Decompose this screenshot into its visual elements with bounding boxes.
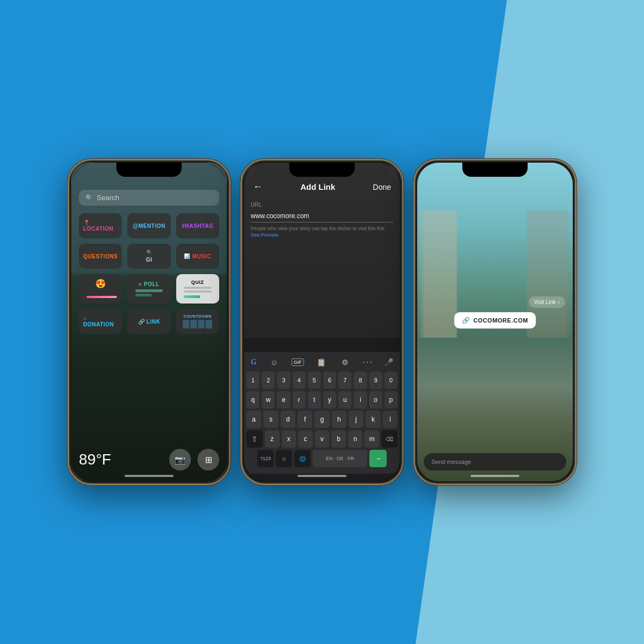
mic-tool[interactable]: 🎤 <box>384 358 393 367</box>
key-a[interactable]: a <box>246 411 261 428</box>
key-r[interactable]: r <box>293 391 306 408</box>
sticker-questions[interactable]: QUESTIONS <box>79 244 122 269</box>
key-o[interactable]: o <box>369 391 382 408</box>
send-message-bar[interactable]: Send message <box>424 453 566 470</box>
url-sticker-text: COCOMORE.COM <box>473 317 528 324</box>
key-k[interactable]: k <box>366 411 380 428</box>
countdown-bar-2 <box>190 320 197 329</box>
key-l[interactable]: l <box>383 411 398 428</box>
key-7[interactable]: 7 <box>338 371 351 389</box>
keyboard-row-bottom: ?123 ☺ 🌐 EN · DE · FR → <box>246 450 398 467</box>
more-tools[interactable]: ··· <box>363 357 373 367</box>
key-2[interactable]: 2 <box>262 371 275 389</box>
search-icon-small: 🔍 <box>146 250 152 255</box>
slider-bar <box>86 296 117 298</box>
keyboard: G ☺ GIF 📋 ⚙ ··· 🎤 1 2 3 4 5 6 7 <box>244 352 400 474</box>
camera-button[interactable]: 📷 <box>169 449 191 470</box>
key-y[interactable]: y <box>323 391 336 408</box>
emoji-key[interactable]: ☺ <box>276 450 292 467</box>
keyboard-row-qwerty: q w e r t y u i o p <box>246 391 398 408</box>
phone1-content: 🔍 Search 📍 LOCATION @MENTION #HASHTA <box>71 163 227 481</box>
phone2-header: ← Add Link Done <box>244 181 400 193</box>
key-q[interactable]: q <box>246 391 259 408</box>
key-1[interactable]: 1 <box>246 371 259 389</box>
done-button[interactable]: Done <box>373 183 391 191</box>
hint-text: People who view your story can tap the s… <box>251 226 386 231</box>
sticker-donation-label: ○ DONATION <box>83 315 117 327</box>
sticker-countdown[interactable]: COUNTDOWN <box>176 309 219 334</box>
emoji-tool[interactable]: ☺ <box>268 358 281 367</box>
key-j[interactable]: j <box>349 411 363 428</box>
sticker-location[interactable]: 📍 LOCATION <box>79 213 122 238</box>
delete-key[interactable]: ⌫ <box>381 430 398 448</box>
camera-icon: 📷 <box>175 455 185 465</box>
key-3[interactable]: 3 <box>277 371 290 389</box>
key-5[interactable]: 5 <box>308 371 321 389</box>
sticker-quiz[interactable]: QUIZ <box>176 274 219 304</box>
url-sticker[interactable]: 🔗 COCOMORE.COM <box>454 312 536 329</box>
key-b[interactable]: b <box>331 430 346 448</box>
key-x[interactable]: x <box>282 430 296 448</box>
sticker-grid: 📍 LOCATION @MENTION #HASHTAG QUESTIONS <box>79 213 219 334</box>
search-label: Search <box>97 194 119 202</box>
quiz-line-1 <box>184 287 212 289</box>
music-bars-icon: 📊 <box>184 253 190 259</box>
sticker-hashtag[interactable]: #HASHTAG <box>176 213 219 238</box>
quiz-progress <box>184 295 200 298</box>
sticker-gif[interactable]: 🔍 GI <box>127 244 170 269</box>
sticker-search-bar[interactable]: 🔍 Search <box>79 190 219 206</box>
key-f[interactable]: f <box>298 411 312 428</box>
key-v[interactable]: v <box>315 430 330 448</box>
notch-1 <box>116 163 182 177</box>
key-8[interactable]: 8 <box>354 371 367 389</box>
sticker-mention[interactable]: @MENTION <box>127 213 170 238</box>
sticker-music[interactable]: 📊 MUSIC <box>176 244 219 269</box>
clipboard-tool[interactable]: 📋 <box>315 358 328 367</box>
key-t[interactable]: t <box>308 391 321 408</box>
sticker-mention-label: @MENTION <box>133 223 165 229</box>
settings-tool[interactable]: ⚙ <box>339 358 352 367</box>
globe-key[interactable]: 🌐 <box>294 450 311 467</box>
key-9[interactable]: 9 <box>369 371 382 389</box>
key-c[interactable]: c <box>298 430 313 448</box>
home-indicator-1 <box>125 475 174 477</box>
key-0[interactable]: 0 <box>385 371 398 389</box>
num-key[interactable]: ?123 <box>257 450 274 467</box>
key-i[interactable]: i <box>354 391 367 408</box>
sticker-quiz-label: QUIZ <box>191 280 205 285</box>
visit-link-button[interactable]: Visit Link › <box>529 296 565 308</box>
url-input[interactable]: www.cocomore.com <box>251 210 393 222</box>
send-key[interactable]: → <box>369 450 387 467</box>
key-e[interactable]: e <box>277 391 290 408</box>
key-g[interactable]: g <box>314 411 329 428</box>
key-4[interactable]: 4 <box>293 371 306 389</box>
add-link-title: Add Link <box>300 182 335 191</box>
sticker-slider[interactable]: 😍 <box>79 274 122 304</box>
gif-tool[interactable]: GIF <box>292 358 304 366</box>
key-z[interactable]: z <box>265 430 280 448</box>
key-6[interactable]: 6 <box>323 371 336 389</box>
key-m[interactable]: m <box>364 430 379 448</box>
sticker-poll[interactable]: ≡ POLL <box>127 274 170 304</box>
sticker-link[interactable]: 🔗 LINK <box>127 309 170 334</box>
phone-3: Visit Link › 🔗 COCOMORE.COM Send message <box>413 159 577 485</box>
see-preview-link[interactable]: See Preview <box>251 232 278 238</box>
back-button[interactable]: ← <box>253 181 263 193</box>
key-s[interactable]: s <box>263 411 278 428</box>
key-n[interactable]: n <box>348 430 363 448</box>
home-indicator-3 <box>470 475 519 477</box>
key-w[interactable]: w <box>262 391 275 408</box>
layout-button[interactable]: ⊞ <box>197 449 219 470</box>
link-sticker-icon: 🔗 <box>462 317 470 324</box>
shift-key[interactable]: ⇧ <box>246 430 263 448</box>
key-p[interactable]: p <box>385 391 398 408</box>
key-d[interactable]: d <box>281 411 295 428</box>
phone-2: ← Add Link Done URL www.cocomore.com Peo… <box>240 159 404 485</box>
url-hint: People who view your story can tap the s… <box>251 226 393 238</box>
google-icon[interactable]: G <box>251 358 257 367</box>
sticker-donation[interactable]: ○ DONATION <box>79 309 122 334</box>
key-u[interactable]: u <box>338 391 351 408</box>
key-h[interactable]: h <box>332 411 346 428</box>
lang-key[interactable]: EN · DE · FR <box>313 450 367 467</box>
poll-bars <box>135 289 163 296</box>
